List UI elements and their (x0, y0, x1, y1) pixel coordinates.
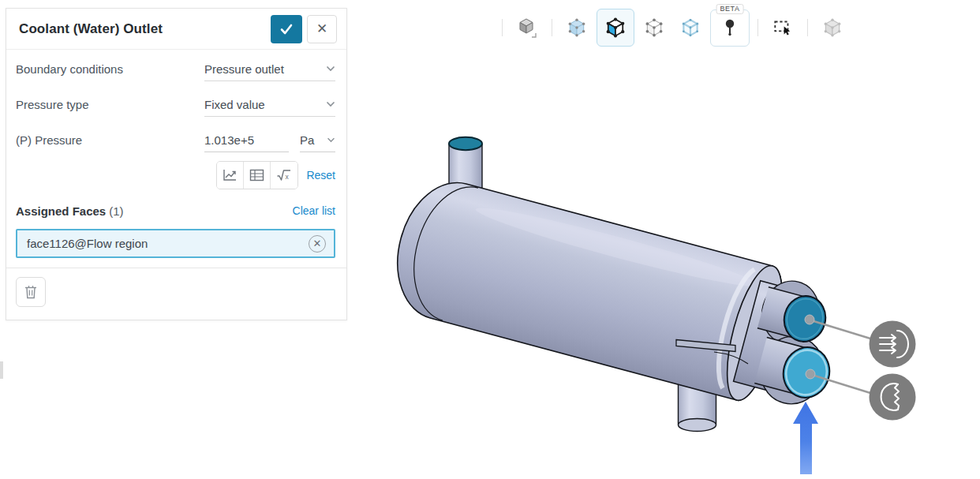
value-input-mode-group: x (216, 161, 298, 189)
select-body-button[interactable] (511, 11, 544, 44)
probe-pin-icon (720, 17, 740, 38)
volume-cube-icon (566, 17, 588, 39)
table-icon (249, 169, 264, 181)
toolbar-divider (502, 19, 503, 36)
boundary-conditions-select[interactable]: Pressure outlet (204, 58, 335, 81)
hidden-cube-icon (821, 17, 843, 39)
assigned-face-chip[interactable]: face1126@Flow region ✕ (16, 229, 335, 258)
app-window: { "panel": { "title": "Coolant (Water) O… (0, 0, 980, 479)
pressure-badge[interactable] (870, 374, 916, 421)
toolbar-divider (552, 19, 552, 36)
viewport-toolbar: BETA (497, 7, 849, 48)
body-cube-icon (516, 17, 538, 39)
assigned-faces-count: (1) (109, 204, 123, 218)
lower-pipe[interactable] (754, 336, 836, 403)
edge-cube-icon (679, 17, 701, 39)
field-label: Boundary conditions (16, 62, 204, 76)
panel-body: Boundary conditions Pressure outlet Pres… (6, 50, 346, 316)
formula-input-button[interactable]: x (271, 162, 297, 189)
pressure-controls: 1.013e+5 Pa (204, 129, 335, 152)
panel-title: Coolant (Water) Outlet (19, 21, 271, 37)
panel-footer (6, 268, 346, 316)
trash-icon (24, 285, 37, 299)
vertex-cube-icon (643, 17, 665, 39)
pressure-outlet-badge[interactable] (870, 321, 916, 368)
unit-value: Pa (300, 133, 324, 147)
pressure-unit-select[interactable]: Pa (300, 129, 335, 152)
close-button[interactable]: ✕ (307, 15, 337, 43)
assigned-faces-title: Assigned Faces(1) (16, 204, 293, 218)
chevron-down-icon (327, 137, 335, 143)
assigned-face-name: face1126@Flow region (27, 237, 309, 250)
svg-text:x: x (286, 173, 290, 181)
panel-resize-handle[interactable] (0, 361, 3, 379)
close-icon: ✕ (316, 21, 327, 37)
remove-icon: ✕ (313, 238, 322, 249)
select-face-button[interactable] (597, 9, 634, 47)
formula-icon: x (276, 169, 292, 181)
inlet-top-face[interactable] (449, 137, 482, 150)
select-volume-button[interactable] (560, 11, 593, 44)
reset-link[interactable]: Reset (306, 169, 335, 181)
apply-button[interactable] (271, 15, 302, 43)
table-input-button[interactable] (244, 162, 271, 189)
pressure-type-select[interactable]: Fixed value (204, 93, 335, 117)
boundary-condition-panel: Coolant (Water) Outlet ✕ Boundary condit… (6, 8, 347, 320)
chart-icon (223, 168, 238, 182)
assigned-faces-label: Assigned Faces (16, 204, 106, 218)
select-hidden-button (816, 11, 849, 44)
value-tools-row: x Reset (6, 158, 346, 193)
face-anchor-dot (806, 369, 815, 379)
assigned-faces-header: Assigned Faces(1) Clear list (6, 193, 346, 227)
toolbar-divider (807, 19, 808, 36)
chart-input-button[interactable] (217, 162, 244, 189)
panel-header: Coolant (Water) Outlet ✕ (6, 9, 346, 50)
chevron-down-icon (326, 101, 335, 107)
pressure-input[interactable]: 1.013e+5 (204, 129, 289, 152)
chevron-down-icon (326, 65, 335, 72)
box-select-icon (772, 17, 794, 39)
heat-exchanger-shell[interactable] (383, 171, 818, 413)
pressure-type-row: Pressure type Fixed value (6, 87, 346, 122)
selected-value: Fixed value (204, 98, 323, 111)
pressure-value-row: (P) Pressure 1.013e+5 Pa (6, 122, 346, 158)
field-label: (P) Pressure (16, 133, 204, 147)
face-cube-icon (604, 16, 627, 39)
selected-value: Pressure outlet (204, 62, 323, 76)
select-vertex-button[interactable] (638, 11, 671, 44)
clear-list-link[interactable]: Clear list (293, 204, 335, 217)
field-label: Pressure type (16, 98, 204, 111)
probe-point-button[interactable]: BETA (710, 9, 750, 47)
toolbar-divider (757, 19, 758, 36)
check-icon (279, 22, 294, 36)
beta-badge: BETA (716, 4, 744, 15)
box-select-button[interactable] (766, 11, 799, 44)
remove-face-button[interactable]: ✕ (309, 235, 326, 253)
boundary-conditions-row: Boundary conditions Pressure outlet (6, 51, 346, 87)
select-edge-button[interactable] (674, 11, 707, 44)
face-anchor-dot (805, 315, 814, 324)
delete-button[interactable] (16, 277, 46, 307)
flow-direction-arrow (793, 402, 818, 474)
